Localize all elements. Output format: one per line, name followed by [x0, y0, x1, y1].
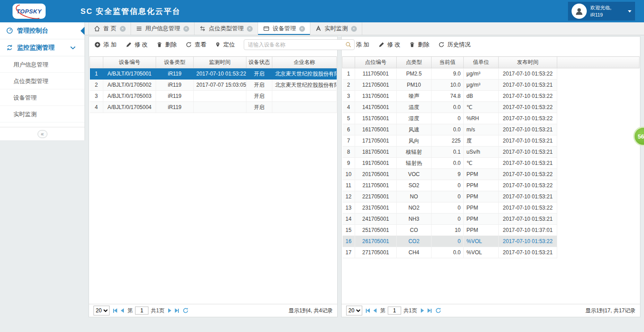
table-row[interactable]: 7 171705001 风向 225 度 2017-07-10 01:53:21: [343, 135, 640, 147]
table-row[interactable]: 9 191705001 辐射热 0.0 ℃ 2017-07-10 01:53:2…: [343, 158, 640, 169]
cell-monitor-time: [194, 91, 246, 102]
page-number-input[interactable]: [388, 307, 401, 315]
prev-page-button[interactable]: [373, 308, 377, 313]
table-row[interactable]: 15 251705001 CO 10 PPM 2017-07-10 01:37:…: [343, 225, 640, 236]
cell-value-unit: μg/m³: [464, 68, 499, 80]
cell-publish-time: 2017-07-10 01:53:21: [499, 247, 557, 258]
col-current-value[interactable]: 当前值: [432, 57, 464, 68]
col-value-unit[interactable]: 值单位: [464, 57, 499, 68]
table-row[interactable]: 5 151705001 湿度 0 %RH 2017-07-10 01:53:22: [343, 113, 640, 124]
col-point-id[interactable]: 点位编号: [355, 57, 397, 68]
reload-icon[interactable]: [182, 307, 189, 314]
search-input[interactable]: [244, 39, 355, 50]
delete-button[interactable]: 删除: [409, 41, 429, 49]
first-page-button[interactable]: [113, 308, 117, 313]
view-button[interactable]: 查看: [186, 41, 206, 49]
table-row[interactable]: 16 261705001 CO2 0 %VOL 2017-07-10 01:53…: [343, 236, 640, 247]
last-page-button[interactable]: [428, 308, 432, 313]
cell-filler: [557, 124, 640, 135]
sidebar-item-user-info[interactable]: 用户信息管理: [0, 56, 85, 73]
cell-publish-time: 2017-07-10 01:53:22: [499, 180, 557, 191]
cell-value-unit: 度: [464, 135, 499, 147]
cell-device-status: 开启: [246, 102, 272, 113]
col-device-id[interactable]: 设备编号: [103, 57, 156, 68]
col-device-type[interactable]: 设备类型: [156, 57, 194, 68]
col-device-status[interactable]: 设备状态: [246, 57, 272, 68]
reload-icon[interactable]: [435, 307, 441, 314]
pencil-icon: [126, 42, 132, 48]
locate-button[interactable]: 定位: [215, 41, 235, 49]
page-size-select[interactable]: 20: [93, 306, 110, 315]
col-row-number: [343, 57, 355, 68]
cell-filler: [557, 169, 640, 180]
table-row[interactable]: 10 201705001 VOC 9 PPM 2017-07-10 01:53:…: [343, 169, 640, 180]
close-icon[interactable]: [120, 26, 126, 32]
close-icon[interactable]: [299, 26, 305, 32]
last-page-button[interactable]: [175, 308, 179, 313]
table-row[interactable]: 14 241705001 NH3 0 PPM 2017-07-10 01:53:…: [343, 214, 640, 225]
table-row[interactable]: 13 231705001 NO2 0 PPM 2017-07-10 01:53:…: [343, 202, 640, 214]
cell-point-type: 温度: [397, 102, 432, 113]
tab-device[interactable]: 设备管理: [258, 22, 310, 35]
tab-realtime[interactable]: 实时监测: [310, 22, 362, 35]
cell-point-type: SO2: [397, 180, 432, 191]
next-page-button[interactable]: [168, 308, 171, 313]
user-menu[interactable]: 欢迎光临, iR119: [568, 2, 635, 21]
edit-button[interactable]: 修 改: [378, 41, 401, 49]
col-publish-time[interactable]: 发布时间: [499, 57, 557, 68]
table-row[interactable]: 2 A/BJLT/0/1705002 iR119 2017-07-07 15:0…: [90, 80, 337, 91]
page-size-select[interactable]: 20: [346, 306, 362, 315]
page-number-input[interactable]: [135, 307, 148, 315]
cell-point-id: 181705001: [355, 147, 397, 158]
avatar: [572, 4, 587, 19]
sidebar-item-monitoring[interactable]: 监控监测管理: [0, 39, 85, 56]
add-button-label: 添 加: [103, 41, 117, 49]
add-button[interactable]: 添 加: [94, 41, 117, 49]
close-icon[interactable]: [183, 26, 189, 32]
close-icon[interactable]: [247, 26, 253, 32]
cell-filler: [557, 191, 640, 202]
app-header: TOPSKY SC 安全监管信息化云平台 欢迎光临, iR119: [0, 0, 644, 22]
table-row[interactable]: 3 131705001 噪声 74.8 dB 2017-07-10 01:53:…: [343, 91, 640, 102]
sidebar-item-realtime[interactable]: 实时监测: [0, 106, 85, 122]
cell-publish-time: 2017-07-10 01:53:21: [499, 135, 557, 147]
user-icon: [574, 6, 584, 16]
cell-publish-time: 2017-07-10 01:53:22: [499, 202, 557, 214]
table-row[interactable]: 3 A/BJLT/0/1705003 iR119 开启: [90, 91, 337, 102]
col-point-type[interactable]: 点类型: [397, 57, 432, 68]
device-table-header: 设备编号 设备类型 监测时间 设备状态 企业名称: [90, 57, 337, 68]
cell-value-unit: PPM: [464, 202, 499, 214]
table-row[interactable]: 17 271705001 CH4 0.0 %VOL 2017-07-10 01:…: [343, 247, 640, 258]
sidebar-item-device[interactable]: 设备管理: [0, 89, 85, 106]
table-row[interactable]: 4 141705001 温度 0.0 ℃ 2017-07-10 01:53:22: [343, 102, 640, 113]
history-button[interactable]: 历史情况: [438, 41, 470, 49]
next-page-button[interactable]: [421, 308, 424, 313]
tab-point-type[interactable]: 点位类型管理: [195, 22, 258, 35]
cell-point-id: 251705001: [355, 225, 397, 236]
cell-company: 北京麦天世纪控股股份有限: [272, 80, 337, 91]
col-company[interactable]: 企业名称: [272, 57, 337, 68]
table-row[interactable]: 8 181705001 核辐射 0.1 uSv/h 2017-07-10 01:…: [343, 147, 640, 158]
table-row[interactable]: 1 111705001 PM2.5 9.0 μg/m³ 2017-07-10 0…: [343, 68, 640, 80]
prev-page-button[interactable]: [121, 308, 124, 313]
table-row[interactable]: 2 121705001 PM10 10.0 μg/m³ 2017-07-10 0…: [343, 80, 640, 91]
table-row[interactable]: 6 161705001 风速 0.0 m/s 2017-07-10 01:53:…: [343, 124, 640, 135]
first-page-button[interactable]: [366, 308, 370, 313]
table-row[interactable]: 12 221705001 NO 0 PPM 2017-07-10 01:53:2…: [343, 191, 640, 202]
sidebar-collapse-button[interactable]: «: [38, 130, 47, 138]
delete-button[interactable]: 删除: [157, 41, 177, 49]
edit-button[interactable]: 修 改: [126, 41, 148, 49]
table-row[interactable]: 1 A/BJLT/0/1705001 iR119 2017-07-10 01:5…: [90, 68, 337, 80]
search-icon[interactable]: [345, 42, 352, 48]
cell-value-unit: ℃: [464, 158, 499, 169]
table-row[interactable]: 11 211705001 SO2 0 PPM 2017-07-10 01:53:…: [343, 180, 640, 191]
sidebar-item-console[interactable]: 管理控制台: [0, 22, 85, 39]
tab-user-info[interactable]: 用户信息管理: [131, 22, 195, 35]
content-area: 首 页 用户信息管理 点位: [85, 22, 644, 332]
close-icon[interactable]: [351, 26, 357, 32]
col-monitor-time[interactable]: 监测时间: [194, 57, 246, 68]
main-area: 管理控制台 监控监测管理 用户信息管理 点位类型管理: [0, 22, 644, 332]
sidebar-item-point-type[interactable]: 点位类型管理: [0, 73, 85, 89]
table-row[interactable]: 4 A/BJLT/0/1705004 iR119 开启: [90, 102, 337, 113]
tab-home[interactable]: 首 页: [89, 22, 131, 35]
